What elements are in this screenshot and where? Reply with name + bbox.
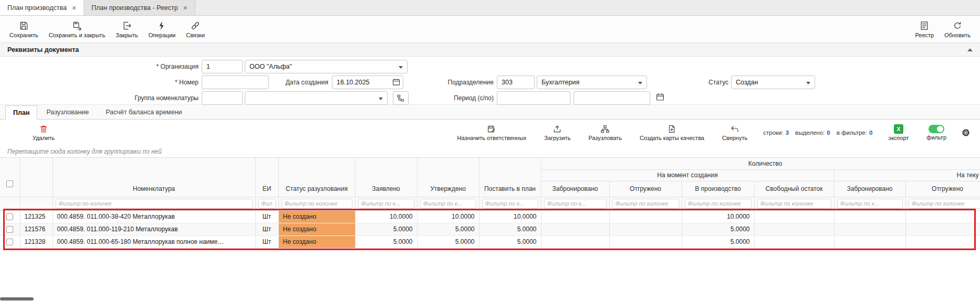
declared-cell[interactable]: 5.0000	[355, 223, 417, 235]
refresh-button[interactable]: Обновить	[939, 19, 976, 40]
registry-button[interactable]: Реестр	[910, 19, 939, 40]
row-id-cell[interactable]: 121325	[20, 210, 53, 223]
column-header-unit[interactable]: ЕИ	[255, 158, 278, 197]
column-header-approved[interactable]: Утверждено	[417, 158, 479, 197]
links-button[interactable]: Связки	[181, 19, 210, 40]
reserved-current-cell[interactable]	[834, 235, 905, 248]
in-production-cell[interactable]: 10.0000	[682, 210, 754, 223]
explosion-status-cell[interactable]: Не создано	[278, 223, 355, 235]
create-quality-cards-button[interactable]: Создать карты качества	[634, 123, 710, 143]
period-to-input[interactable]	[574, 91, 650, 105]
shipped-creation-cell[interactable]	[609, 223, 682, 235]
assign-responsible-button[interactable]: Назначить ответственных	[452, 123, 531, 143]
in-production-cell[interactable]: 5.0000	[682, 223, 754, 235]
organization-code-input[interactable]	[202, 60, 243, 73]
window-tab-plan-production[interactable]: План производства ×	[0, 0, 84, 15]
department-code-input[interactable]	[497, 76, 535, 89]
in-production-cell[interactable]: 5.0000	[682, 235, 754, 248]
row-id-cell[interactable]: 121328	[20, 235, 53, 248]
unit-cell[interactable]: Шт	[255, 223, 278, 235]
reserved-current-cell[interactable]	[834, 210, 905, 223]
unit-cell[interactable]: Шт	[255, 235, 278, 248]
column-header-nomenclature[interactable]: Номенклатура	[53, 158, 255, 197]
filter-input-approved[interactable]	[420, 199, 476, 209]
put-to-plan-cell[interactable]: 5.0000	[479, 235, 541, 248]
table-row[interactable]: 121325 000.4859. 011.000-38-420 Металлор…	[0, 210, 980, 223]
explode-button[interactable]: Разузловать	[583, 123, 627, 143]
filter-toggle-button[interactable]: фильтр	[921, 123, 952, 142]
filter-input-shipped-creation[interactable]	[612, 199, 679, 209]
shipped-current-cell[interactable]	[905, 235, 980, 248]
tab-razuzlovanie[interactable]: Разузлование	[38, 105, 97, 119]
reserved-creation-cell[interactable]	[541, 210, 609, 223]
save-button[interactable]: Сохранить	[4, 19, 44, 40]
shipped-current-cell[interactable]	[905, 210, 980, 223]
nomenclature-cell[interactable]: 000.4859. 011.000-119-210 Металлорукав	[53, 223, 255, 235]
save-and-close-button[interactable]: Сохранить и закрыть	[44, 19, 111, 40]
close-button[interactable]: Закрыть	[110, 19, 143, 40]
explosion-status-cell[interactable]: Не создано	[278, 210, 355, 223]
horizontal-scrollbar[interactable]	[0, 297, 34, 300]
column-header-free-rest[interactable]: Свободный остаток	[754, 181, 834, 197]
operations-button[interactable]: Операции	[143, 19, 181, 40]
table-row[interactable]: 121576 000.4859. 011.000-119-210 Металло…	[0, 223, 980, 235]
column-header-shipped-creation[interactable]: Отгружено	[609, 181, 682, 197]
filter-input-free-rest[interactable]	[757, 199, 831, 209]
status-select[interactable]: Создан	[731, 76, 815, 89]
row-id-cell[interactable]: 121576	[20, 223, 53, 235]
shipped-current-cell[interactable]	[905, 223, 980, 235]
id-column-header[interactable]	[20, 158, 53, 197]
nomenclature-cell[interactable]: 000.4859. 011.000-38-420 Металлорукав	[53, 210, 255, 223]
filter-input-nomenclature[interactable]	[56, 199, 253, 209]
column-header-in-production[interactable]: В производство	[682, 181, 754, 197]
collapse-button[interactable]: Свернуть	[717, 123, 753, 143]
chevron-up-icon[interactable]	[967, 48, 973, 51]
reserved-creation-cell[interactable]	[541, 223, 609, 235]
column-header-reserved-current[interactable]: Забронировано	[834, 181, 905, 197]
column-header-explosion-status[interactable]: Статус разузлования	[278, 158, 355, 197]
settings-gear-icon[interactable]	[959, 126, 973, 139]
tab-time-balance[interactable]: Расчёт баланса времени	[98, 105, 190, 119]
free-rest-cell[interactable]	[754, 235, 834, 248]
filter-input-unit[interactable]	[258, 199, 276, 209]
explosion-status-cell[interactable]: Не создано	[278, 235, 355, 248]
window-tab-plan-production-registry[interactable]: План производства - Реестр ×	[84, 0, 195, 15]
shipped-creation-cell[interactable]	[609, 210, 682, 223]
period-calendar-icon[interactable]	[655, 92, 667, 104]
shipped-creation-cell[interactable]	[609, 235, 682, 248]
approved-cell[interactable]: 5.0000	[417, 223, 479, 235]
toggle-on-icon[interactable]	[929, 125, 944, 133]
tab-close-icon[interactable]: ×	[183, 4, 187, 12]
row-checkbox[interactable]	[6, 226, 13, 233]
filter-input-reserved-current[interactable]	[837, 199, 903, 209]
reserved-current-cell[interactable]	[834, 223, 905, 235]
filter-input-shipped-current[interactable]	[909, 199, 980, 209]
column-header-put-to-plan[interactable]: Поставить в план	[479, 158, 541, 197]
load-button[interactable]: Загрузить	[539, 123, 576, 143]
free-rest-cell[interactable]	[754, 210, 834, 223]
filter-input-explosion-status[interactable]	[282, 199, 352, 209]
declared-cell[interactable]: 10.0000	[355, 210, 417, 223]
export-excel-button[interactable]: X экспорт	[883, 123, 914, 143]
filter-input-put-to-plan[interactable]	[482, 199, 538, 209]
row-checkbox[interactable]	[6, 239, 13, 245]
tab-plan[interactable]: План	[5, 105, 37, 120]
filter-input-declared[interactable]	[358, 199, 414, 209]
approved-cell[interactable]: 10.0000	[417, 210, 479, 223]
column-header-declared[interactable]: Заявлено	[355, 158, 417, 197]
filter-input-in-production[interactable]	[685, 199, 752, 209]
select-all-checkbox[interactable]	[6, 180, 13, 187]
unit-cell[interactable]: Шт	[255, 210, 278, 223]
period-from-input[interactable]	[497, 91, 570, 105]
tab-close-icon[interactable]: ×	[72, 4, 76, 12]
nomenclature-cell[interactable]: 000.4859. 011.000-65-180 Металлорукав по…	[53, 235, 255, 248]
department-select[interactable]: Бухгалтерия	[537, 76, 647, 89]
organization-select[interactable]: ООО "Альфа"	[245, 60, 408, 73]
free-rest-cell[interactable]	[754, 223, 834, 235]
reserved-creation-cell[interactable]	[541, 235, 609, 248]
filter-input-reserved-creation[interactable]	[544, 199, 607, 209]
column-header-shipped-current[interactable]: Отгружено	[905, 181, 980, 197]
nomenclature-group-code-input[interactable]	[202, 91, 243, 105]
table-row[interactable]: 121328 000.4859. 011.000-65-180 Металлор…	[0, 235, 980, 248]
column-header-reserved-creation[interactable]: Забронировано	[541, 181, 609, 197]
